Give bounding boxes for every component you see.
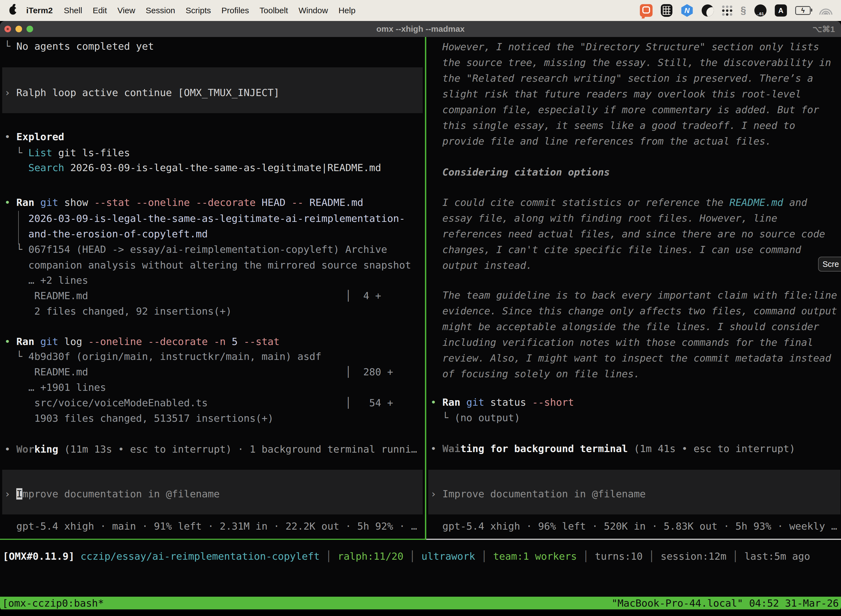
right-agent-pane[interactable]: However, I noticed the "Directory Struct… (426, 37, 841, 539)
menu-item-session[interactable]: Session (141, 6, 180, 15)
shield-grid-icon[interactable] (661, 4, 673, 17)
text-segment: team:1 workers (493, 551, 577, 562)
text-segment: › (4, 488, 16, 500)
text-segment: the source tree, missing the essay. Stil… (431, 57, 831, 68)
terminal-line: └ 067f154 (HEAD -> essay/ai-reimplementa… (4, 243, 387, 255)
text-segment: the "Related research writing" section i… (431, 73, 813, 84)
text-segment: Ran (16, 197, 34, 208)
hexagon-badge-icon[interactable]: N (681, 4, 693, 17)
text-segment (303, 197, 309, 208)
text-segment: … +2 lines (4, 274, 88, 286)
terminal-line: • Explored (4, 131, 64, 143)
text-segment: --oneline (136, 197, 190, 208)
terminal-line: • Ran git log --oneline --decorate -n 5 … (4, 336, 280, 348)
text-segment (226, 336, 232, 347)
terminal-line: this single essay, it seems like a good … (431, 119, 795, 132)
text-segment: changes, I can't cite specific file line… (431, 244, 801, 255)
terminal-line: provide file and line references from th… (431, 135, 771, 147)
terminal-line: including verification notes with those … (431, 336, 813, 349)
battery-nub (811, 9, 812, 12)
window-title-bar[interactable]: omx --xhigh --madmax ⌥⌘1 (0, 21, 841, 37)
left-agent-pane[interactable]: └ No agents completed yet› Ralph loop ac… (0, 37, 425, 539)
text-segment: log (58, 336, 88, 347)
menu-item-view[interactable]: View (112, 6, 141, 15)
text-segment: List (28, 147, 53, 158)
text-segment: Ran (16, 336, 34, 347)
minimize-button[interactable] (15, 26, 22, 32)
close-button[interactable] (4, 26, 11, 32)
wifi-icon[interactable] (819, 6, 833, 15)
apple-menu-icon[interactable] (9, 6, 16, 15)
tmux-status-bar: [omx-cczip0:bash* "MacBook-Pro-44.local"… (0, 597, 841, 609)
text-segment (190, 197, 196, 208)
zoom-button[interactable] (26, 26, 33, 32)
text-segment: I (16, 488, 22, 500)
text-segment (628, 443, 634, 454)
terminal-line: … +1901 lines (4, 381, 106, 393)
text-segment: might be acceptable alongside the file l… (431, 321, 819, 332)
text-segment (58, 443, 64, 455)
battery-icon[interactable]: ϟ (795, 6, 811, 15)
terminal-line: └ (no output) (431, 412, 520, 424)
text-segment: 067f154 (HEAD -> essay/ai-reimplementati… (28, 244, 387, 255)
menu-item-iterm2[interactable]: iTerm2 (21, 6, 59, 15)
text-segment: (11m 13s • esc to interrupt) · 1 backgro… (64, 443, 417, 455)
menu-item-scripts[interactable]: Scripts (180, 6, 216, 15)
text-segment: 4b9d30f (origin/main, instructkr/main, m… (28, 351, 321, 362)
terminal-line: references need actual files, and since … (431, 228, 825, 240)
text-segment: -- (292, 197, 303, 208)
terminal-line: src/voice/voiceModeEnabled.ts │ 54 + (4, 397, 393, 409)
text-segment: • (4, 336, 16, 347)
pie-chart-icon[interactable] (702, 4, 714, 16)
text-segment (34, 197, 40, 208)
terminal-line: and-the-erosion-of-copyleft.md (4, 228, 208, 240)
s-curve-icon[interactable]: § (741, 5, 746, 16)
menu-item-toolbelt[interactable]: Toolbelt (254, 6, 293, 15)
text-segment: and-the-erosion-of-copyleft.md (4, 228, 208, 239)
text-segment (75, 551, 81, 562)
menu-item-help[interactable]: Help (333, 6, 361, 15)
text-segment: I could cite commit statistics or refere… (431, 197, 730, 208)
left-pane-border-green (0, 539, 426, 540)
text-segment: Wai (442, 443, 460, 454)
text-segment: essay file, along with finding root file… (431, 213, 777, 224)
menu-item-profiles[interactable]: Profiles (216, 6, 254, 15)
text-segment: README.md │ 280 + (4, 366, 393, 378)
a-square-icon[interactable]: A (775, 4, 787, 16)
text-segment: Explored (16, 131, 64, 142)
text-segment: ting for background terminal (460, 443, 628, 454)
badge-61-icon[interactable]: ..61 (755, 4, 766, 16)
text-segment: git (466, 397, 484, 408)
menu-item-window[interactable]: Window (293, 6, 333, 15)
text-segment: status (484, 397, 532, 408)
terminal-line: Search 2026-03-09-is-legal-the-same-as-l… (4, 162, 381, 174)
text-segment: ralph:11/20 (338, 551, 403, 562)
text-segment: evidence. Since this change only affects… (431, 305, 837, 317)
terminal-line: README.md │ 4 + (4, 290, 381, 302)
text-segment (286, 197, 292, 208)
terminal-line: output instead. (431, 260, 532, 271)
text-segment: No agents completed yet (16, 41, 154, 52)
terminal-line: the "Related research writing" section i… (431, 72, 813, 84)
text-segment: • (4, 131, 16, 142)
terminal-line: • Ran git status --short (431, 396, 574, 408)
chat-app-icon[interactable] (640, 4, 652, 17)
text-segment: • (431, 397, 442, 408)
text-segment: (no output) (454, 412, 520, 423)
text-segment: 2026-03-09-is-legal-the-same-as-legitima… (4, 213, 405, 224)
menu-item-shell[interactable]: Shell (59, 6, 88, 15)
text-segment: --short (532, 397, 574, 408)
menu-item-edit[interactable]: Edit (88, 6, 112, 15)
pane-divider[interactable] (425, 37, 426, 539)
text-segment (237, 336, 244, 347)
terminal-line: └ 4b9d30f (origin/main, instructkr/main,… (4, 351, 321, 363)
text-segment: git (40, 197, 58, 208)
tmux-session-label[interactable]: [omx-cczip0:bash* (0, 597, 104, 609)
text-segment: • (4, 197, 16, 208)
text-segment: 2 files changed, 92 insertions(+) (4, 305, 232, 317)
text-segment: │ (727, 551, 744, 562)
text-segment: Ran (442, 397, 460, 408)
screen-tooltip: Scre (818, 257, 841, 271)
text-segment: --decorate (196, 197, 256, 208)
dots-grid-icon[interactable] (722, 6, 732, 16)
